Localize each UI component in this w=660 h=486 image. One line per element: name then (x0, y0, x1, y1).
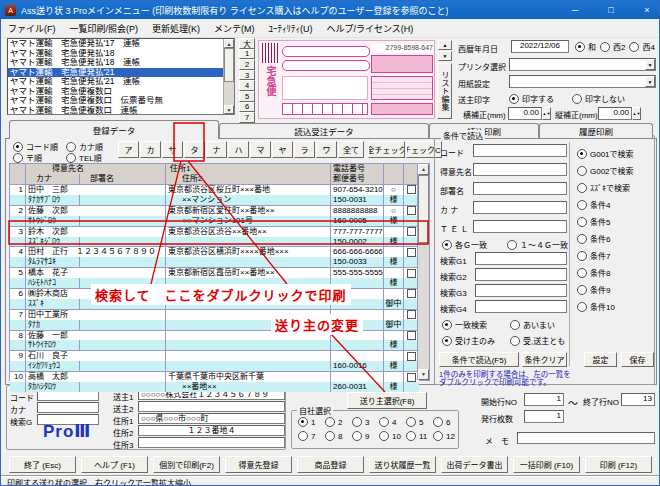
memo-input[interactable] (517, 432, 655, 444)
g-match-radio[interactable]: １～４Ｇ一致 (507, 239, 568, 250)
h-adjust-input[interactable]: 0.00 (508, 107, 542, 120)
footer-button-1[interactable]: 終了 (Esc) (9, 456, 76, 473)
condition-radio-3[interactable]: ｽｽﾞｷで検索 (577, 182, 630, 193)
table-row[interactable]: 10高橋 太郎千葉県千葉市中央区新千葉ﾀｶﾊｼﾀﾛｳ××番地××260-0031… (10, 371, 419, 392)
condition-radio-1[interactable]: G001で検索 (577, 148, 634, 159)
kana-button-ラ[interactable]: ラ (294, 141, 315, 158)
sender-row-input[interactable]: １２３番地４ (138, 425, 285, 436)
date-input[interactable]: 2022/12/06 (511, 40, 569, 53)
size-button-大[interactable]: 大 (239, 38, 255, 49)
table-row[interactable]: 3鈴木 次郎東京都渋谷区渋谷××番地××777-777-7777ｽｽﾞｷｼﾞﾛｳ… (10, 226, 419, 247)
kana-button-ハ[interactable]: ハ (228, 141, 249, 158)
tab-読込受注データ[interactable]: 読込受注データ (219, 123, 429, 138)
condition-radio-7[interactable]: 条件7 (577, 250, 610, 261)
kana-button-サ[interactable]: サ (162, 141, 183, 158)
row-checkbox[interactable] (407, 373, 416, 382)
company-radio-4[interactable]: 4 (379, 417, 396, 427)
target-mode-radio[interactable]: 受け主のみ (442, 335, 495, 346)
kana-button-タ[interactable]: タ (184, 141, 205, 158)
menu-item[interactable]: ヘルプ/ライセンス(H) (320, 22, 421, 35)
table-row[interactable]: 9石川 良子ｲｼｶﾜﾘｮｳｺ160-0016様 (10, 350, 419, 371)
size-button-1[interactable]: 1 (239, 49, 255, 60)
sender-row-input[interactable]: ○○○県○○○市○○○町 (138, 413, 285, 424)
condition-radio-2[interactable]: G002で検索 (577, 165, 634, 176)
printer-select[interactable] (509, 58, 656, 71)
table-row[interactable]: 4田村 正行 １２３４５６７８９０東京都渋谷区横浜町××××番地×××666-6… (10, 246, 419, 267)
sender-row-input[interactable] (138, 437, 285, 448)
format-list-scrollbar[interactable]: ▲ ▼ (223, 39, 234, 114)
condition-clear-button[interactable]: 条件クリア (522, 352, 567, 367)
paper-dropdown-icon[interactable]: ▼ (645, 76, 655, 87)
search-g-input[interactable] (475, 268, 567, 281)
sort-radio-TEL順[interactable]: TEL順 (66, 152, 119, 163)
footer-button-5[interactable]: 商品登録 (297, 456, 364, 473)
kana-button-カ[interactable]: カ (140, 141, 161, 158)
company-radio-3[interactable]: 3 (352, 417, 369, 427)
form-format-list[interactable]: ヤマト運輸 宅急便発払'17 連帳ヤマト運輸 宅急便発払'18ヤマト運輸 宅急便… (7, 38, 235, 115)
footer-button-3[interactable]: 個別で印刷(F2) (153, 456, 220, 473)
tab-履歴印刷[interactable]: 履歴印刷 (539, 123, 653, 138)
row-checkbox[interactable] (407, 310, 416, 319)
start-row-input[interactable]: 1 (524, 393, 564, 406)
sender-print-radio[interactable]: 印字する (509, 93, 554, 104)
condition-radio-8[interactable]: 条件8 (577, 267, 610, 278)
target-mode-radio[interactable]: 受,送主とも (510, 335, 565, 346)
kana-button-ヤ[interactable]: ヤ (272, 141, 293, 158)
preview-scroll-down-icon[interactable]: ▼ (438, 51, 452, 61)
footer-button-7[interactable]: 出荷データ書出 (441, 456, 508, 473)
match-mode-radio[interactable]: あいまい (510, 319, 555, 330)
company-radio-7[interactable]: 7 (298, 431, 315, 441)
format-list-item[interactable]: ヤマト運輸 宅急便発払'18 連帳 (8, 58, 224, 68)
table-row[interactable]: 2佐藤 次郎東京都新宿区愛住町××番地××8888888888○ｻﾄｳｼﾞﾛｳ○… (10, 205, 419, 226)
table-scrollbar[interactable]: ▲ ▼ (417, 164, 429, 380)
table-row[interactable]: 1田中 三郎東京都渋谷区桜丘町×××番地907-654-3210○ﾀﾅｶｻﾌﾞﾛ… (10, 184, 419, 205)
format-list-item[interactable]: ヤマト運輸 宅急便発払'21 (8, 68, 224, 78)
kana-button-ワ[interactable]: ワ (316, 141, 337, 158)
company-radio-8[interactable]: 8 (325, 431, 342, 441)
format-list-item[interactable]: ヤマト運輸 宅急便発払'18 (8, 49, 224, 59)
copies-input[interactable]: 1 (524, 410, 564, 423)
menu-item[interactable]: ファイル(F) (1, 22, 63, 35)
preview-scroll-up-icon[interactable]: ▲ (438, 40, 452, 50)
menu-item[interactable]: 一覧印刷/照会(P) (63, 22, 146, 35)
condition-radio-9[interactable]: 条件9 (577, 284, 610, 295)
sort-radio-コード順[interactable]: コード順 (13, 141, 66, 152)
size-button-6[interactable]: 6 (239, 102, 255, 113)
row-checkbox[interactable] (407, 206, 416, 215)
g-match-radio[interactable]: 各Ｇ一致 (442, 239, 487, 250)
size-button-2[interactable]: 2 (239, 59, 255, 70)
condition-field-input[interactable] (473, 144, 567, 157)
row-checkbox[interactable] (407, 227, 416, 236)
search-g-input[interactable] (475, 252, 567, 265)
scroll-up-icon[interactable]: ▲ (224, 39, 234, 48)
era-radio-和[interactable]: 和 (575, 41, 596, 52)
h-adjust-spinner[interactable]: ▲▼ (542, 107, 551, 120)
match-mode-radio[interactable]: 一致検索 (442, 319, 487, 330)
company-radio-10[interactable]: 10 (379, 431, 401, 441)
size-button-5[interactable]: 5 (239, 91, 255, 102)
maximize-button[interactable]: □ (599, 1, 623, 18)
format-list-item[interactable]: ヤマト運輸 宅急便発払'21 連帳 (8, 77, 224, 87)
kana-button-全て[interactable]: 全て (338, 141, 364, 158)
size-button-7[interactable]: 7 (239, 112, 255, 123)
condition-radio-5[interactable]: 条件5 (577, 216, 610, 227)
sort-radio-カナ順[interactable]: カナ順 (66, 141, 119, 152)
v-adjust-input[interactable]: 0.00 (598, 107, 632, 120)
sender-kana-input[interactable] (37, 402, 99, 413)
kana-button-マ[interactable]: マ (250, 141, 271, 158)
size-button-4[interactable]: 4 (239, 80, 255, 91)
condition-field-input[interactable] (473, 182, 567, 195)
condition-radio-6[interactable]: 条件6 (577, 233, 610, 244)
format-list-item[interactable]: ヤマト運輸 宅急便複数口 連帳 (8, 106, 224, 116)
sender-print-radio[interactable]: 印字しない (572, 93, 625, 104)
search-g-input[interactable] (475, 300, 567, 313)
v-adjust-spinner[interactable]: ▲▼ (632, 107, 641, 120)
size-button-3[interactable]: 3 (239, 70, 255, 81)
end-row-input[interactable]: 13 (621, 393, 655, 406)
sort-radio-〒順[interactable]: 〒順 (13, 152, 66, 163)
company-radio-2[interactable]: 2 (325, 417, 342, 427)
footer-button-2[interactable]: ヘルプ (F1) (81, 456, 148, 473)
company-radio-5[interactable]: 5 (406, 417, 423, 427)
company-radio-6[interactable]: 6 (433, 417, 450, 427)
footer-button-8[interactable]: 一括印刷 (F10) (513, 456, 580, 473)
